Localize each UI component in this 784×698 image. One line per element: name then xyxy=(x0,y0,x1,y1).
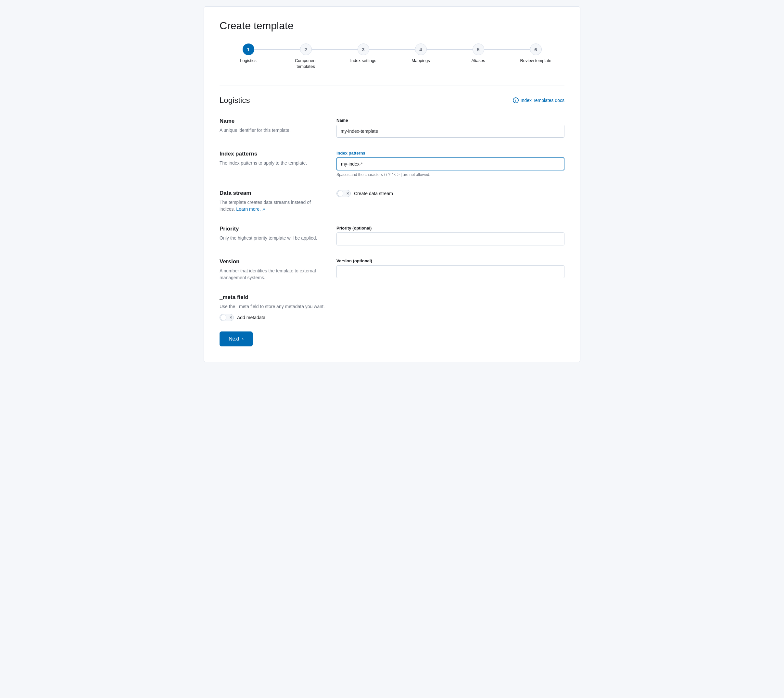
name-input[interactable] xyxy=(336,125,565,138)
step-1-label: Logistics xyxy=(240,58,257,64)
stepper: 1 Logistics 2 Componenttemplates 3 Index… xyxy=(219,43,565,69)
step-2-label: Componenttemplates xyxy=(295,58,317,69)
step-2: 2 Componenttemplates xyxy=(277,43,334,69)
step-6-circle: 6 xyxy=(530,43,542,55)
meta-toggle-knob xyxy=(221,314,226,321)
toggle-knob xyxy=(338,191,343,196)
priority-label: Priority (optional) xyxy=(336,226,565,230)
priority-right: Priority (optional) xyxy=(336,226,565,245)
name-desc: A unique identifier for this template. xyxy=(219,127,323,134)
next-label: Next xyxy=(229,336,239,342)
meta-toggle[interactable]: ✕ xyxy=(219,314,234,321)
meta-section: _meta field Use the _meta field to store… xyxy=(219,294,565,321)
index-patterns-right: Index patterns Spaces and the characters… xyxy=(336,151,565,177)
meta-title: _meta field xyxy=(219,294,565,301)
index-patterns-left: Index patterns The index patterns to app… xyxy=(219,151,323,166)
step-5-label: Aliases xyxy=(471,58,485,64)
step-2-circle: 2 xyxy=(300,43,312,55)
toggle-x-icon: ✕ xyxy=(346,191,349,196)
index-patterns-row: Index patterns The index patterns to app… xyxy=(219,151,565,177)
data-stream-toggle-label: Create data stream xyxy=(354,191,393,196)
step-5-circle: 5 xyxy=(473,43,484,55)
name-label: Name xyxy=(336,118,565,123)
step-3: 3 Index settings xyxy=(334,43,392,64)
data-stream-right: ✕ Create data stream xyxy=(336,190,565,197)
learn-more-link[interactable]: Learn more. ↗ xyxy=(236,206,265,212)
docs-link-text: Index Templates docs xyxy=(520,98,565,103)
priority-title: Priority xyxy=(219,226,323,232)
meta-toggle-label: Add metadata xyxy=(237,315,265,320)
page-container: Create template 1 Logistics 2 Componentt… xyxy=(204,7,580,362)
priority-desc: Only the highest priority template will … xyxy=(219,235,323,242)
meta-toggle-row: ✕ Add metadata xyxy=(219,314,565,321)
name-left: Name A unique identifier for this templa… xyxy=(219,118,323,134)
bottom-actions: Next › xyxy=(219,331,565,346)
data-stream-title: Data stream xyxy=(219,190,323,196)
step-3-label: Index settings xyxy=(350,58,376,64)
docs-icon: i xyxy=(513,97,519,103)
priority-row: Priority Only the highest priority templ… xyxy=(219,226,565,245)
name-right: Name xyxy=(336,118,565,138)
step-4-label: Mappings xyxy=(412,58,430,64)
index-patterns-hint: Spaces and the characters \ / ? " < > | … xyxy=(336,172,565,177)
priority-left: Priority Only the highest priority templ… xyxy=(219,226,323,242)
divider xyxy=(219,85,565,86)
logistics-header: Logistics i Index Templates docs xyxy=(219,96,565,105)
version-desc: A number that identifies the template to… xyxy=(219,268,323,281)
step-1: 1 Logistics xyxy=(219,43,277,64)
step-5: 5 Aliases xyxy=(450,43,507,64)
page-title: Create template xyxy=(219,20,565,32)
step-1-circle: 1 xyxy=(243,43,254,55)
name-row: Name A unique identifier for this templa… xyxy=(219,118,565,138)
next-button[interactable]: Next › xyxy=(219,331,253,346)
index-patterns-label: Index patterns xyxy=(336,151,565,155)
step-6: 6 Review template xyxy=(507,43,565,64)
index-patterns-desc: The index patterns to apply to the templ… xyxy=(219,160,323,166)
step-4-circle: 4 xyxy=(415,43,427,55)
docs-link[interactable]: i Index Templates docs xyxy=(513,97,565,103)
index-patterns-input[interactable] xyxy=(336,158,565,170)
version-right: Version (optional) xyxy=(336,258,565,278)
version-label: Version (optional) xyxy=(336,258,565,263)
data-stream-left: Data stream The template creates data st… xyxy=(219,190,323,212)
data-stream-toggle[interactable]: ✕ xyxy=(336,190,351,197)
external-link-icon: ↗ xyxy=(262,207,265,211)
data-stream-row: Data stream The template creates data st… xyxy=(219,190,565,212)
version-row: Version A number that identifies the tem… xyxy=(219,258,565,281)
meta-toggle-x-icon: ✕ xyxy=(229,316,232,320)
version-input[interactable] xyxy=(336,265,565,278)
meta-desc: Use the _meta field to store any metadat… xyxy=(219,303,565,310)
version-left: Version A number that identifies the tem… xyxy=(219,258,323,281)
data-stream-toggle-row: ✕ Create data stream xyxy=(336,190,565,197)
step-4: 4 Mappings xyxy=(392,43,450,64)
logistics-heading: Logistics xyxy=(219,96,250,105)
chevron-right-icon: › xyxy=(242,336,244,342)
priority-input[interactable] xyxy=(336,232,565,245)
index-patterns-title: Index patterns xyxy=(219,151,323,157)
version-title: Version xyxy=(219,258,323,265)
name-title: Name xyxy=(219,118,323,124)
step-3-circle: 3 xyxy=(357,43,369,55)
data-stream-desc: The template creates data streams instea… xyxy=(219,199,323,212)
step-6-label: Review template xyxy=(520,58,551,64)
